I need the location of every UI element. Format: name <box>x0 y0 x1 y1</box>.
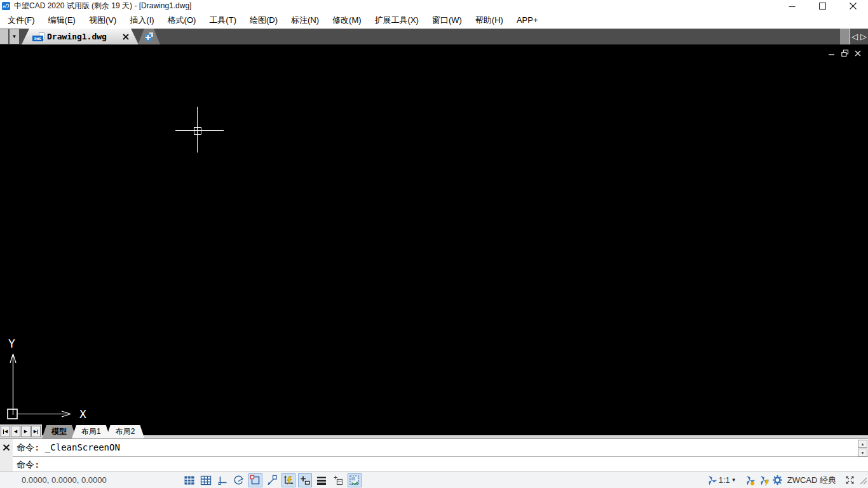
dwg-file-icon: DWG <box>32 32 44 41</box>
snap-icon <box>184 475 195 486</box>
auto-annotation-icon <box>758 475 770 486</box>
auto-annotation-button[interactable] <box>757 473 771 487</box>
doc-close-icon[interactable] <box>854 49 862 57</box>
object-snap-tracking-toggle[interactable] <box>265 473 279 487</box>
status-toggles <box>182 472 362 488</box>
menu-draw[interactable]: 绘图(D) <box>245 12 283 29</box>
workspace-label[interactable]: ZWCAD 经典 <box>787 475 836 486</box>
tab-scroll-left-icon[interactable]: ◁ <box>850 29 859 44</box>
annotation-scale-button[interactable] <box>705 473 719 487</box>
scroll-down-icon[interactable]: ▼ <box>858 449 867 457</box>
object-snap-toggle[interactable] <box>248 473 262 487</box>
coordinate-readout: 0.0000, 0.0000, 0.0000 <box>22 472 107 488</box>
title-bar: 中望CAD 2020 试用版 (剩余 19 天) - [Drawing1.dwg… <box>0 0 868 11</box>
new-tab-button[interactable] <box>138 29 160 44</box>
object-snap-tracking-icon <box>266 475 278 486</box>
tab-label: Drawing1.dwg <box>47 32 107 41</box>
command-history-line[interactable]: 命令: _CleanScreenON <box>13 439 868 457</box>
command-prompt-input[interactable]: 命令: <box>13 458 868 472</box>
snap-toggle[interactable] <box>182 473 196 487</box>
dynamic-ucs-toggle[interactable] <box>281 473 295 487</box>
zwcad-logo-icon <box>2 2 10 10</box>
gear-icon <box>772 475 783 485</box>
menu-window[interactable]: 窗口(W) <box>427 12 467 29</box>
plus-icon <box>145 32 153 41</box>
close-button[interactable] <box>837 0 868 11</box>
document-window-controls <box>827 49 862 57</box>
maximize-button[interactable] <box>807 0 837 11</box>
quick-properties-toggle[interactable] <box>331 473 345 487</box>
annotation-visibility-icon <box>744 475 756 486</box>
tab-layout1[interactable]: 布局1 <box>72 425 111 438</box>
document-tab-bar: ▼ DWG Drawing1.dwg ◁ ▷ <box>0 29 868 44</box>
command-close-icon[interactable] <box>3 444 10 451</box>
dynamic-input-icon <box>299 475 311 486</box>
menu-format[interactable]: 格式(O) <box>163 12 201 29</box>
resize-grip[interactable] <box>859 476 867 487</box>
annotation-scale-value[interactable]: 1:1 <box>719 475 730 485</box>
quick-properties-icon <box>332 475 344 486</box>
scroll-up-icon[interactable]: ▲ <box>858 440 867 448</box>
minimize-button[interactable] <box>776 0 807 11</box>
menu-modify[interactable]: 修改(M) <box>327 12 367 29</box>
dynamic-ucs-icon <box>283 475 294 486</box>
crosshair-cursor <box>175 107 226 155</box>
tab-scroll-spacer <box>840 29 850 44</box>
window-controls <box>776 0 868 11</box>
tab-layout2[interactable]: 布局2 <box>106 425 145 438</box>
doc-minimize-icon[interactable] <box>827 49 836 57</box>
ucs-icon: Y X <box>4 333 93 424</box>
tab-scroll-controls: ◁ ▷ <box>840 29 868 44</box>
menu-view[interactable]: 视图(V) <box>84 12 121 29</box>
chevron-down-icon: ▼ <box>12 34 17 39</box>
layout-last-button[interactable]: ▶ <box>31 426 41 437</box>
tab-drawing1[interactable]: DWG Drawing1.dwg <box>22 29 139 44</box>
window-title: 中望CAD 2020 试用版 (剩余 19 天) - [Drawing1.dwg… <box>14 1 191 11</box>
fullscreen-icon <box>845 475 855 485</box>
menu-tools[interactable]: 工具(T) <box>204 12 241 29</box>
layout-tabs: 模型 布局1 布局2 <box>42 425 144 438</box>
menu-file[interactable]: 文件(F) <box>3 12 40 29</box>
doc-restore-icon[interactable] <box>841 49 849 57</box>
svg-text:X: X <box>79 407 86 421</box>
layout-next-button[interactable]: ▶ <box>21 426 31 437</box>
status-bar: 0.0000, 0.0000, 0.0000 <box>0 471 868 488</box>
chevron-down-icon[interactable]: ▼ <box>731 477 736 483</box>
tab-model[interactable]: 模型 <box>42 425 76 438</box>
tab-close-icon[interactable] <box>123 34 129 40</box>
polar-tracking-toggle[interactable] <box>232 473 246 487</box>
settings-button[interactable] <box>771 473 785 487</box>
status-right-cluster: 1:1 ▼ ZWCAD 经典 <box>705 472 857 488</box>
annotation-visibility-button[interactable] <box>743 473 757 487</box>
fullscreen-button[interactable] <box>843 473 857 487</box>
tab-list-dropdown-button[interactable]: ▼ <box>10 29 19 44</box>
command-line-panel: 命令: _CleanScreenON ▲ ▼ 命令: <box>0 438 868 471</box>
menu-edit[interactable]: 编辑(E) <box>43 12 81 29</box>
lineweight-icon <box>316 475 327 486</box>
model-paper-switch-toggle[interactable] <box>348 473 362 487</box>
layout-tab-row: ◀ ◀ ▶ ▶ 模型 布局1 布局2 <box>0 424 868 438</box>
layout-prev-button[interactable]: ◀ <box>11 426 20 437</box>
polar-tracking-icon <box>233 475 245 486</box>
ortho-toggle[interactable] <box>215 473 229 487</box>
menu-insert[interactable]: 插入(I) <box>125 12 159 29</box>
drawing-canvas[interactable]: Y X <box>0 44 868 438</box>
grid-icon <box>200 475 212 486</box>
tab-corner-button[interactable] <box>0 29 8 44</box>
menu-express-tools[interactable]: 扩展工具(X) <box>370 12 424 29</box>
ortho-icon <box>217 475 228 486</box>
dynamic-input-toggle[interactable] <box>298 473 312 487</box>
object-snap-icon <box>250 475 261 486</box>
zwcad-window: 中望CAD 2020 试用版 (剩余 19 天) - [Drawing1.dwg… <box>0 0 868 488</box>
lineweight-toggle[interactable] <box>315 473 329 487</box>
model-paper-switch-icon <box>349 475 360 486</box>
menu-dimension[interactable]: 标注(N) <box>286 12 324 29</box>
annotation-scale-icon <box>706 475 717 486</box>
tab-scroll-right-icon[interactable]: ▷ <box>859 29 868 44</box>
menu-app-plus[interactable]: APP+ <box>512 13 543 27</box>
layout-first-button[interactable]: ◀ <box>1 426 10 437</box>
grid-toggle[interactable] <box>199 473 213 487</box>
layout-nav-buttons: ◀ ◀ ▶ ▶ <box>0 424 42 438</box>
command-scrollbar: ▲ ▼ <box>858 440 867 457</box>
menu-help[interactable]: 帮助(H) <box>470 12 508 29</box>
